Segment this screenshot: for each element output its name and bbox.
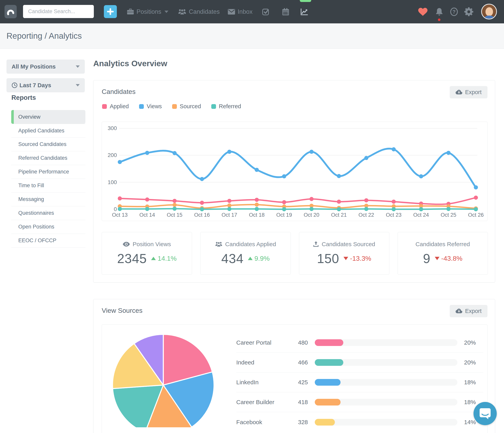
user-avatar[interactable]: [481, 4, 497, 19]
legend-applied[interactable]: Applied: [102, 103, 129, 110]
source-bar-fill: [315, 399, 341, 406]
cloud-download-icon: [456, 90, 462, 95]
sidebar-item-applied-candidates[interactable]: Applied Candidates: [11, 124, 85, 138]
notification-badge: [438, 18, 441, 21]
chevron-down-icon: [164, 11, 168, 13]
sidebar-item-sourced-candidates[interactable]: Sourced Candidates: [11, 138, 85, 151]
stat-value: 150: [317, 251, 339, 266]
stat-candidates-referred: Candidates Referred 9 -43.8%: [397, 232, 488, 275]
stat-delta: 14.1%: [158, 255, 176, 262]
chat-bubble-icon: [479, 408, 491, 419]
help-button[interactable]: ?: [450, 0, 458, 23]
stat-value: 9: [423, 251, 431, 266]
candidate-search[interactable]: [23, 5, 94, 18]
stat-label: Position Views: [133, 241, 171, 248]
check-square-icon: [262, 8, 269, 15]
legend-referred[interactable]: Referred: [211, 103, 241, 110]
stat-value: 434: [221, 251, 243, 266]
trend-arrow-icon: [151, 257, 156, 260]
stat-label: Candidates Referred: [415, 241, 470, 248]
nav-item-tasks[interactable]: [262, 0, 269, 23]
sidebar-item-eeoc-ofccp[interactable]: EEOC / OFCCP: [11, 234, 85, 248]
svg-text:Oct 22: Oct 22: [359, 212, 374, 218]
app-logo[interactable]: [5, 5, 17, 18]
source-bar-track: [315, 359, 457, 366]
candidates-card: Candidates Export AppliedViewsSourcedRef…: [93, 80, 495, 283]
nav-label-inbox: Inbox: [238, 8, 252, 15]
source-label: LinkedIn: [236, 379, 298, 386]
nav-item-positions[interactable]: Positions: [127, 0, 168, 23]
upload-icon: [313, 241, 319, 247]
legend-swatch: [172, 104, 177, 109]
envelope-icon: [228, 9, 235, 15]
add-button[interactable]: [104, 5, 117, 18]
stat-position-views: Position Views 2345 14.1%: [102, 232, 192, 275]
gear-icon: [464, 7, 473, 16]
source-percent: 20%: [457, 339, 483, 346]
nav-item-candidates[interactable]: Candidates: [178, 0, 220, 23]
source-row-career-builder: Career Builder41818%: [236, 392, 483, 412]
source-row-career-portal: Career Portal48020%: [236, 333, 483, 353]
svg-text:0: 0: [114, 206, 117, 212]
source-count: 425: [298, 379, 315, 386]
chevron-down-icon: [76, 65, 80, 68]
svg-text:Oct 17: Oct 17: [222, 212, 237, 218]
source-count: 418: [298, 399, 315, 406]
nav-item-calendar[interactable]: [282, 0, 289, 23]
source-bar-fill: [315, 339, 343, 346]
sources-pie-chart: [112, 333, 215, 427]
chat-launcher[interactable]: [474, 402, 497, 425]
calendar-icon: [282, 8, 289, 16]
legend-sourced[interactable]: Sourced: [172, 103, 201, 110]
legend-swatch: [102, 104, 107, 109]
bell-icon: [435, 8, 443, 16]
trend-arrow-icon: [435, 257, 440, 260]
nav-item-reporting[interactable]: [300, 0, 308, 23]
svg-text:Oct 23: Oct 23: [386, 212, 402, 218]
people-icon: [178, 9, 186, 15]
position-filter-select[interactable]: All My Positions: [7, 60, 85, 74]
favorites-button[interactable]: [418, 0, 427, 23]
nav-label-candidates: Candidates: [189, 8, 220, 15]
source-label: Facebook: [236, 419, 298, 425]
sidebar-item-open-positions[interactable]: Open Positions: [11, 220, 85, 234]
sidebar-item-pipeline-performance[interactable]: Pipeline Performance: [11, 165, 85, 179]
sidebar-item-overview[interactable]: Overview: [11, 110, 85, 124]
source-rows: Career Portal48020%Indeed46620%LinkedIn4…: [236, 333, 483, 432]
svg-text:Oct 15: Oct 15: [167, 212, 183, 218]
stats-row: Position Views 2345 14.1% Candidates App…: [102, 232, 488, 275]
clock-icon: [12, 82, 18, 88]
stat-label: Candidates Applied: [225, 241, 276, 248]
legend-views[interactable]: Views: [139, 103, 162, 110]
sidebar-item-time-to-fill[interactable]: Time to Fill: [11, 179, 85, 192]
sidebar-item-messaging[interactable]: Messaging: [11, 192, 85, 206]
reports-nav: OverviewApplied CandidatesSourced Candid…: [11, 110, 85, 248]
page-title: Analytics Overview: [93, 59, 167, 68]
sidebar-item-questionnaires[interactable]: Questionnaires: [11, 206, 85, 220]
svg-text:Oct 13: Oct 13: [112, 212, 128, 218]
source-bar-track: [315, 339, 457, 346]
date-filter-select[interactable]: Last 7 Days: [7, 78, 85, 92]
legend-swatch: [139, 104, 144, 109]
stat-delta: -43.8%: [441, 255, 462, 262]
nav-label-positions: Positions: [136, 8, 161, 15]
top-navbar: Positions Candidates Inbox: [0, 0, 504, 23]
chart-legend: AppliedViewsSourcedReferred: [102, 103, 241, 110]
svg-text:Oct 19: Oct 19: [276, 212, 292, 218]
source-bar-track: [315, 399, 457, 406]
svg-text:Oct 18: Oct 18: [249, 212, 265, 218]
people-icon: [215, 241, 223, 247]
svg-text:300: 300: [108, 125, 117, 131]
export-candidates-button[interactable]: Export: [450, 86, 487, 98]
search-input[interactable]: [23, 5, 94, 18]
line-chart-icon: [300, 8, 308, 16]
settings-button[interactable]: [464, 0, 473, 23]
export-sources-button[interactable]: Export: [450, 305, 487, 317]
svg-text:Oct 14: Oct 14: [139, 212, 155, 218]
source-bar-fill: [315, 359, 343, 366]
nav-item-inbox[interactable]: Inbox: [228, 0, 252, 23]
svg-text:Oct 16: Oct 16: [194, 212, 210, 218]
stat-value: 2345: [117, 251, 147, 266]
sidebar-item-referred-candidates[interactable]: Referred Candidates: [11, 151, 85, 165]
legend-label: Referred: [219, 103, 241, 110]
